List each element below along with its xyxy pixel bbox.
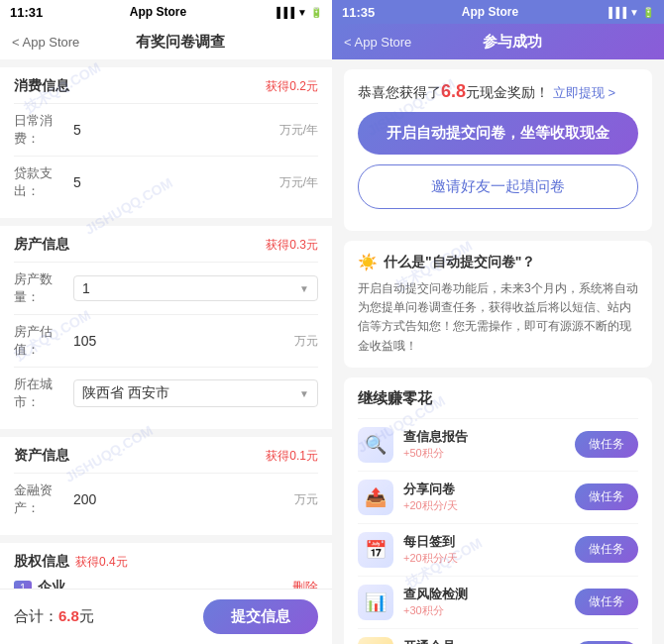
left-scroll-content: 消费信息 获得0.2元 日常消费： 万元/年 贷款支出： 万元/年 房产信息 获…	[0, 59, 332, 644]
task-icon-4: 👑	[358, 637, 393, 644]
task-info-2: 每日签到 +20积分/天	[403, 533, 575, 566]
assets-header: 资产信息 获得0.1元	[14, 447, 318, 465]
auto-submit-button[interactable]: 开启自动提交问卷，坐等收取现金	[358, 112, 638, 155]
property-value-unit: 万元	[294, 333, 318, 350]
right-signal-icon: ▐▐▐	[606, 7, 626, 18]
task-info-4: 开通会员 +100积分	[403, 638, 575, 644]
city-row: 所在城市： 陕西省 西安市 ▼	[14, 367, 318, 419]
info-box-text: 开启自动提交问卷功能后，未来3个月内，系统将自动为您提单问卷调查任务，获得收益后…	[358, 279, 638, 356]
right-panel: 11:35 App Store ▐▐▐ ▼ 🔋 < App Store 参与成功…	[332, 0, 664, 644]
consumption-section: 消费信息 获得0.2元 日常消费： 万元/年 贷款支出： 万元/年	[0, 67, 332, 218]
submit-button[interactable]: 提交信息	[203, 599, 318, 634]
task-points-3: +30积分	[403, 603, 575, 618]
property-section: 房产信息 获得0.3元 房产数量： 1 ▼ 房产估值： 万元 所在城市： 陕西省…	[0, 226, 332, 429]
consumption-reward: 获得0.2元	[266, 78, 318, 95]
equity-reward: 获得0.4元	[75, 554, 128, 571]
success-banner: 恭喜您获得了6.8元现金奖励！ 立即提现 > 开启自动提交问卷，坐等收取现金 邀…	[344, 69, 652, 231]
left-nav-bar: < App Store 有奖问卷调查	[0, 24, 332, 59]
right-wifi-icon: ▼	[629, 7, 639, 18]
task-row-3: 📊 查风险检测 +30积分 做任务	[358, 576, 638, 628]
task-name-3: 查风险检测	[403, 586, 575, 603]
battery-icon: 🔋	[310, 7, 322, 18]
right-store: App Store	[462, 5, 518, 19]
task-name-2: 每日签到	[403, 533, 575, 551]
task-row-2: 📅 每日签到 +20积分/天 做任务	[358, 523, 638, 576]
left-time: 11:31	[10, 5, 43, 20]
task-btn-1[interactable]: 做任务	[575, 483, 638, 510]
daily-label: 日常消费：	[14, 112, 73, 148]
right-scroll-content: 恭喜您获得了6.8元现金奖励！ 立即提现 > 开启自动提交问卷，坐等收取现金 邀…	[332, 59, 664, 644]
city-value: 陕西省 西安市	[82, 384, 169, 402]
city-chevron-icon: ▼	[299, 388, 309, 399]
right-nav-title: 参与成功	[411, 33, 612, 52]
loan-unit: 万元/年	[279, 174, 318, 191]
signal-icon: ▐▐▐	[274, 7, 294, 18]
task-icon-0: 🔍	[358, 427, 393, 463]
task-name-0: 查信息报告	[403, 428, 575, 446]
right-back-button[interactable]: < App Store	[344, 35, 411, 50]
total-amount: 6.8	[58, 607, 79, 624]
task-points-2: +20积分/天	[403, 551, 575, 566]
left-back-button[interactable]: < App Store	[12, 35, 79, 50]
city-select[interactable]: 陕西省 西安市 ▼	[73, 379, 318, 407]
finance-unit: 万元	[294, 491, 318, 508]
daily-input[interactable]	[73, 122, 274, 138]
daily-row: 日常消费： 万元/年	[14, 103, 318, 156]
task-row-1: 📤 分享问卷 +20积分/天 做任务	[358, 471, 638, 523]
task-row-4: 👑 开通会员 +100积分 做任务	[358, 628, 638, 644]
property-value-input[interactable]	[73, 333, 288, 349]
left-bottom-bar: 合计：6.8元 提交信息	[0, 589, 332, 644]
info-box-title: ☀️ 什么是"自动提交问卷"？	[358, 253, 638, 271]
success-text-after: 元现金奖励！	[466, 84, 549, 100]
right-time: 11:35	[342, 5, 375, 20]
property-count-value: 1	[82, 280, 90, 296]
task-points-1: +20积分/天	[403, 498, 575, 513]
equity-title: 股权信息	[14, 553, 69, 571]
property-value-label: 房产估值：	[14, 323, 73, 359]
success-link[interactable]: 立即提现 >	[553, 85, 615, 100]
info-box: ☀️ 什么是"自动提交问卷"？ 开启自动提交问卷功能后，未来3个月内，系统将自动…	[344, 241, 652, 368]
total-label: 合计：6.8元	[14, 607, 94, 626]
success-text-before: 恭喜您获得了	[358, 84, 441, 100]
assets-title: 资产信息	[14, 447, 69, 465]
task-btn-3[interactable]: 做任务	[575, 589, 638, 615]
loan-label: 贷款支出：	[14, 164, 73, 200]
property-title: 房产信息	[14, 236, 69, 254]
left-status-icons: ▐▐▐ ▼ 🔋	[274, 7, 322, 18]
property-header: 房产信息 获得0.3元	[14, 236, 318, 254]
earn-section: 继续赚零花 🔍 查信息报告 +50积分 做任务 📤 分享问卷 +20积分/天 做…	[344, 377, 652, 644]
equity-header: 股权信息 获得0.4元	[14, 553, 318, 571]
property-count-label: 房产数量：	[14, 270, 73, 306]
consumption-title: 消费信息	[14, 77, 69, 95]
task-btn-2[interactable]: 做任务	[575, 536, 638, 563]
finance-row: 金融资产： 万元	[14, 473, 318, 525]
chevron-down-icon: ▼	[299, 283, 309, 294]
right-nav-bar: < App Store 参与成功	[332, 24, 664, 59]
loan-row: 贷款支出： 万元/年	[14, 156, 318, 208]
loan-input[interactable]	[73, 174, 274, 190]
left-store: App Store	[130, 5, 186, 19]
city-label: 所在城市：	[14, 376, 73, 411]
property-reward: 获得0.3元	[266, 237, 318, 254]
finance-input[interactable]	[73, 491, 288, 507]
assets-reward: 获得0.1元	[266, 448, 318, 465]
task-icon-2: 📅	[358, 532, 393, 568]
left-nav-title: 有奖问卷调查	[79, 33, 280, 52]
property-count-select[interactable]: 1 ▼	[73, 275, 318, 301]
task-info-0: 查信息报告 +50积分	[403, 428, 575, 461]
task-btn-0[interactable]: 做任务	[575, 431, 638, 458]
sun-icon: ☀️	[358, 253, 378, 271]
equity-left: 股权信息 获得0.4元	[14, 553, 128, 571]
assets-section: 资产信息 获得0.1元 金融资产： 万元	[0, 437, 332, 535]
success-text: 恭喜您获得了6.8元现金奖励！ 立即提现 >	[358, 81, 638, 102]
task-info-3: 查风险检测 +30积分	[403, 586, 575, 618]
finance-label: 金融资产：	[14, 482, 73, 517]
task-name-1: 分享问卷	[403, 481, 575, 498]
task-icon-3: 📊	[358, 585, 393, 620]
right-status-icons: ▐▐▐ ▼ 🔋	[606, 7, 654, 18]
invite-friend-button[interactable]: 邀请好友一起填问卷	[358, 164, 638, 209]
right-status-bar: 11:35 App Store ▐▐▐ ▼ 🔋	[332, 0, 664, 24]
property-count-row: 房产数量： 1 ▼	[14, 262, 318, 314]
success-amount: 6.8	[441, 81, 466, 101]
left-status-bar: 11:31 App Store ▐▐▐ ▼ 🔋	[0, 0, 332, 24]
